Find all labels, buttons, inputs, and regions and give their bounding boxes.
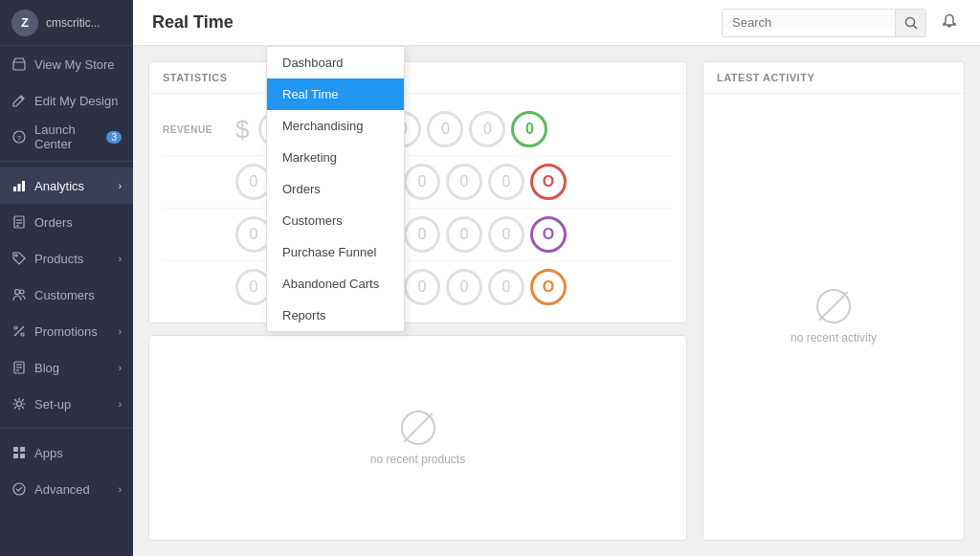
stat-row-3: 0 0 0 0 0 0 0 O [163,209,673,261]
page-title: Real Time [152,12,710,33]
dropdown-item-merchandising[interactable]: Merchandising [267,110,404,142]
dropdown-item-real-time[interactable]: Real Time [267,78,404,110]
sidebar-item-analytics[interactable]: Analytics › [0,167,133,204]
stat-circle-r1-c6: 0 [469,111,505,147]
sidebar-label-view-my-store: View My Store [34,57,115,72]
svg-point-15 [21,333,24,336]
svg-point-14 [14,326,17,329]
sidebar-label-orders: Orders [34,215,73,230]
sidebar-label-products: Products [34,252,83,266]
search-input[interactable] [723,15,895,30]
sidebar-item-edit-my-design[interactable]: Edit My Design [0,82,133,119]
svg-rect-21 [13,447,18,452]
analytics-chevron-icon: › [119,181,122,191]
header: Real Time [133,0,980,46]
stat-circle-r3-c6: 0 [446,216,482,253]
help-circle-icon: ? [11,129,27,145]
sidebar-label-customers: Customers [34,288,95,302]
activity-card: LATEST ACTIVITY no recent activity [702,61,965,541]
stat-circle-r4-c5: 0 [404,269,440,305]
sidebar-item-customers[interactable]: Customers [0,277,133,313]
search-button[interactable] [895,9,925,37]
dropdown-item-dashboard[interactable]: Dashboard [267,47,404,78]
launch-center-badge: 3 [106,131,122,144]
sidebar-nav: View My Store Edit My Design ? Launch Ce… [0,46,133,556]
sidebar-label-analytics: Analytics [34,179,84,193]
sidebar-divider-2 [0,428,133,429]
stat-circle-r3-accent: O [530,216,567,253]
dropdown-item-marketing[interactable]: Marketing [267,142,404,173]
svg-point-12 [20,290,24,294]
dropdown-item-purchase-funnel[interactable]: Purchase Funnel [267,236,404,268]
dropdown-item-reports[interactable]: Reports [267,300,404,331]
sidebar-item-promotions[interactable]: Promotions › [0,313,133,349]
stat-circle-r2-accent: O [530,164,567,200]
activity-empty-state: no recent activity [703,94,964,540]
svg-rect-24 [20,454,25,458]
svg-point-10 [15,255,17,256]
svg-line-13 [14,326,24,336]
main-wrapper: Real Time Dashboard Real Time Merchandis… [133,0,980,556]
svg-point-25 [13,483,25,495]
logo-avatar: Z [11,10,38,36]
stat-circle-r4-c6: 0 [446,269,482,305]
dropdown-item-orders[interactable]: Orders [267,173,404,205]
products-chevron-icon: › [119,254,122,264]
activity-empty-icon [816,289,851,323]
percent-icon [11,323,27,339]
tag-icon [11,251,27,266]
sidebar: Z cmscritic... View My Store Edit My Des… [0,0,133,556]
products-empty-state: no recent products [149,336,686,540]
sidebar-logo[interactable]: Z cmscritic... [0,0,133,46]
right-panel: LATEST ACTIVITY no recent activity [702,46,980,556]
svg-line-27 [913,25,917,29]
sidebar-label-advanced: Advanced [34,482,90,497]
svg-rect-23 [13,454,18,458]
svg-rect-0 [13,62,25,70]
products-card: no recent products [148,335,687,541]
stats-grid: REVENUE $ 0 0 0 0 0 0 0 0 0 [149,94,686,322]
store-name: cmscritic... [46,16,100,30]
sidebar-item-view-my-store[interactable]: View My Store [0,46,133,82]
chart-icon [11,178,27,193]
stat-circle-r2-c7: 0 [488,164,524,200]
svg-rect-5 [22,181,25,191]
sidebar-label-set-up: Set-up [34,397,71,411]
sidebar-item-orders[interactable]: Orders [0,204,133,240]
svg-point-26 [905,17,914,26]
svg-rect-3 [13,187,16,191]
stat-row-4: 0 0 0 0 0 0 0 O [163,261,673,313]
stat-circle-r1-accent: 0 [511,111,547,147]
sidebar-item-blog[interactable]: Blog › [0,349,133,386]
promotions-chevron-icon: › [119,326,122,337]
dropdown-item-customers[interactable]: Customers [267,205,404,236]
sidebar-divider-1 [0,161,133,162]
sidebar-item-apps[interactable]: Apps [0,434,133,471]
stat-circle-r2-c6: 0 [446,164,482,200]
stat-circle-r2-c5: 0 [404,164,440,200]
sidebar-label-promotions: Promotions [34,324,98,339]
stat-circle-r4-c7: 0 [488,269,524,305]
notification-button[interactable] [938,10,961,36]
sidebar-item-advanced[interactable]: Advanced › [0,471,133,507]
stat-circle-r3-c7: 0 [488,216,524,253]
people-icon [11,287,27,302]
sidebar-item-set-up[interactable]: Set-up › [0,386,133,422]
advanced-chevron-icon: › [119,484,122,495]
sidebar-item-launch-center[interactable]: ? Launch Center 3 [0,119,133,155]
main-panel: STATISTICS REVENUE $ 0 0 0 0 0 0 0 [133,46,702,556]
products-empty-icon [401,411,435,445]
dropdown-item-abandoned-carts[interactable]: Abandoned Carts [267,268,404,300]
statistics-card: STATISTICS REVENUE $ 0 0 0 0 0 0 0 [148,61,687,323]
stat-circle-r4-accent: O [530,269,567,305]
pencil-icon [11,93,27,108]
sidebar-item-products[interactable]: Products › [0,240,133,277]
gear-icon [11,396,27,411]
svg-point-20 [17,402,22,407]
advanced-icon [11,481,27,497]
stat-circle-r3-c5: 0 [404,216,440,253]
activity-empty-text: no recent activity [791,331,877,345]
activity-header: LATEST ACTIVITY [703,62,964,94]
sidebar-label-blog: Blog [34,361,59,375]
revenue-label: REVENUE [163,124,230,135]
